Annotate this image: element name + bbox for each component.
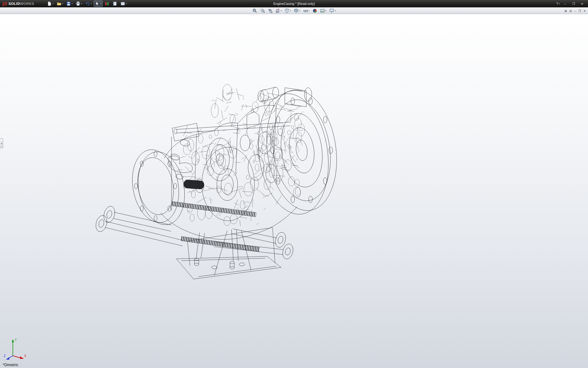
heads-up-view-toolbar — [251, 8, 337, 13]
triad-x-label: X — [24, 354, 26, 358]
select-button[interactable] — [94, 1, 103, 7]
zoom-to-area-icon — [260, 8, 265, 13]
zoom-to-fit-icon — [252, 8, 257, 13]
reference-triad: Y X Z — [2, 337, 28, 362]
edit-appearance-button[interactable] — [311, 8, 318, 13]
window-controls: ? – ❐ ✕ — [556, 1, 588, 6]
doc-restore-button[interactable]: ❐ — [578, 8, 582, 13]
select-cursor-icon — [95, 1, 100, 6]
view-orientation-cube-icon — [285, 8, 289, 13]
help-button[interactable]: ? — [556, 1, 560, 6]
brand-bold: SOLID — [9, 2, 20, 6]
help-label: ? — [556, 2, 558, 6]
undo-button[interactable] — [84, 1, 93, 7]
undo-icon — [85, 1, 90, 6]
new-document-icon — [47, 1, 52, 6]
open-folder-icon — [57, 1, 62, 6]
section-view-icon — [275, 8, 280, 13]
brand-light: WORKS — [20, 2, 34, 6]
design-binder-icon — [112, 1, 117, 6]
selection-filter-icon — [104, 1, 109, 6]
options-table-icon — [120, 1, 125, 6]
triad-x-arrowhead — [20, 356, 24, 359]
section-view-button[interactable] — [274, 8, 283, 13]
triad-z-arrowhead — [6, 357, 9, 360]
edit-appearance-ball-icon — [312, 8, 317, 13]
print-button[interactable] — [74, 1, 83, 7]
open-button[interactable] — [55, 1, 64, 7]
wireframe-detail-noise — [177, 84, 305, 226]
zoom-to-area-button[interactable] — [259, 8, 266, 13]
wireframe-main-geometry — [94, 85, 344, 279]
new-document-button[interactable] — [46, 1, 55, 7]
dark-cylinder-pin — [183, 180, 204, 190]
dassault-logo-icon: ʒS — [2, 2, 7, 6]
engine-casing-wireframe-model[interactable] — [0, 14, 588, 368]
zoom-to-fit-button[interactable] — [251, 8, 258, 13]
document-window-controls: ⊞ ⊟ – ❐ ✕ — [564, 7, 586, 14]
view-orientation-button[interactable] — [284, 8, 292, 13]
view-orientation-label: *Dimetric — [3, 363, 18, 367]
display-style-icon — [294, 8, 299, 13]
heads-up-row: ⊞ ⊟ – ❐ ✕ — [0, 7, 588, 14]
display-style-button[interactable] — [293, 8, 301, 13]
cascade-windows-button[interactable]: ⊟ — [569, 8, 572, 13]
titlebar: ʒS SOLIDWORKS — [0, 0, 588, 7]
solidworks-logo: ʒS SOLIDWORKS — [0, 2, 38, 6]
save-button[interactable] — [65, 1, 74, 7]
previous-view-icon — [268, 8, 273, 13]
threaded-rods — [172, 201, 260, 252]
print-icon — [76, 1, 81, 6]
view-settings-monitor-icon — [329, 8, 334, 13]
selection-filter-button[interactable] — [103, 1, 111, 7]
apply-scene-icon — [320, 8, 325, 13]
minimize-button[interactable]: – — [562, 1, 568, 6]
view-settings-button[interactable] — [328, 8, 337, 13]
hide-show-items-button[interactable] — [302, 8, 311, 13]
save-icon — [66, 1, 71, 6]
graphics-viewport[interactable]: Y X Z *Dimetric ◂ — [0, 14, 588, 368]
doc-close-button[interactable]: ✕ — [583, 8, 586, 13]
close-button[interactable]: ✕ — [579, 1, 586, 6]
doc-minimize-button[interactable]: – — [574, 8, 576, 13]
previous-view-button[interactable] — [267, 8, 273, 13]
triad-z-label: Z — [4, 354, 6, 358]
tile-windows-button[interactable]: ⊞ — [564, 8, 567, 13]
solidworks-window: ʒS SOLIDWORKS — [0, 0, 588, 368]
triad-y-label: Y — [15, 338, 17, 342]
options-button[interactable] — [119, 1, 128, 7]
feature-panel-collapse-tab[interactable]: ◂ — [0, 138, 3, 148]
brand-text: SOLIDWORKS — [9, 2, 34, 6]
hide-show-glasses-icon — [303, 8, 308, 13]
apply-scene-button[interactable] — [319, 8, 327, 13]
triad-y-arrowhead — [12, 339, 14, 342]
design-binder-button[interactable] — [111, 1, 119, 7]
main-toolbar — [46, 1, 128, 7]
restore-button[interactable]: ❐ — [570, 1, 577, 6]
